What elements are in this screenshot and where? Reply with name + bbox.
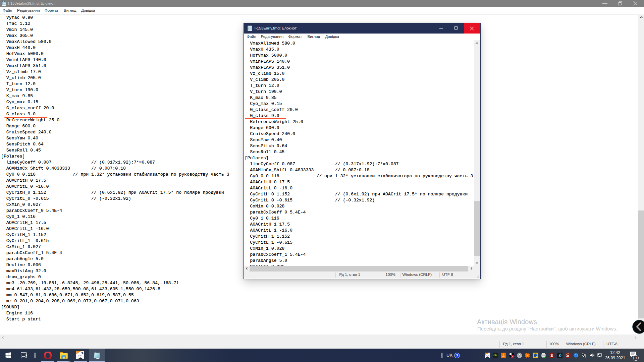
svg-text:?: ? [456, 353, 458, 357]
svg-text:1: 1 [635, 356, 637, 360]
svg-text:a: a [527, 354, 529, 357]
